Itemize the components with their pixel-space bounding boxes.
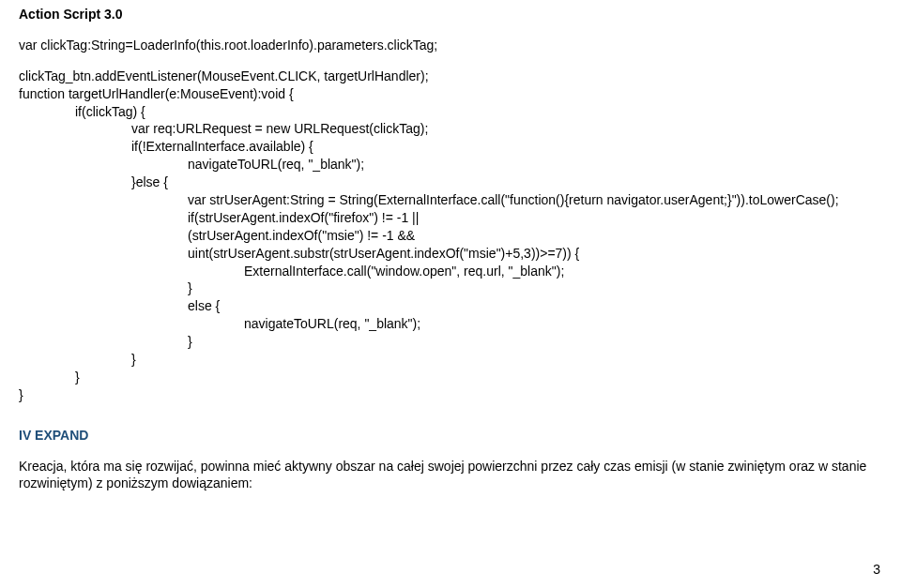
code-line: if(strUserAgent.indexOf("firefox") != -1… xyxy=(188,209,882,227)
code-line: var req:URLRequest = new URLRequest(clic… xyxy=(131,120,882,138)
page-title: Action Script 3.0 xyxy=(19,6,882,23)
code-line: else { xyxy=(188,297,882,315)
code-line: var strUserAgent:String = String(Externa… xyxy=(188,191,882,209)
code-line: } xyxy=(188,333,882,351)
section-heading: IV EXPAND xyxy=(19,427,882,445)
code-line: var clickTag:String=LoaderInfo(this.root… xyxy=(19,37,882,54)
code-line: }else { xyxy=(131,173,882,191)
code-line: clickTag_btn.addEventListener(MouseEvent… xyxy=(19,68,882,85)
code-line: } xyxy=(188,279,882,297)
code-line: (strUserAgent.indexOf("msie") != -1 && xyxy=(188,227,882,245)
paragraph-text: Kreacja, która ma się rozwijać, powinna … xyxy=(19,458,882,493)
code-line: navigateToURL(req, "_blank"); xyxy=(244,315,882,333)
code-block: var clickTag:String=LoaderInfo(this.root… xyxy=(19,37,882,54)
code-line: } xyxy=(75,369,882,386)
document-page: Action Script 3.0 var clickTag:String=Lo… xyxy=(0,0,901,588)
code-line: } xyxy=(19,386,882,404)
code-line: if(clickTag) { xyxy=(75,103,882,121)
code-line: uint(strUserAgent.substr(strUserAgent.in… xyxy=(188,245,882,263)
code-line: } xyxy=(131,351,882,369)
code-line: function targetUrlHandler(e:MouseEvent):… xyxy=(19,85,882,103)
code-line: ExternalInterface.call("window.open", re… xyxy=(244,263,882,280)
code-line: if(!ExternalInterface.available) { xyxy=(131,138,882,156)
code-block: clickTag_btn.addEventListener(MouseEvent… xyxy=(19,68,882,404)
code-line: navigateToURL(req, "_blank"); xyxy=(188,156,882,173)
page-number: 3 xyxy=(873,561,880,579)
